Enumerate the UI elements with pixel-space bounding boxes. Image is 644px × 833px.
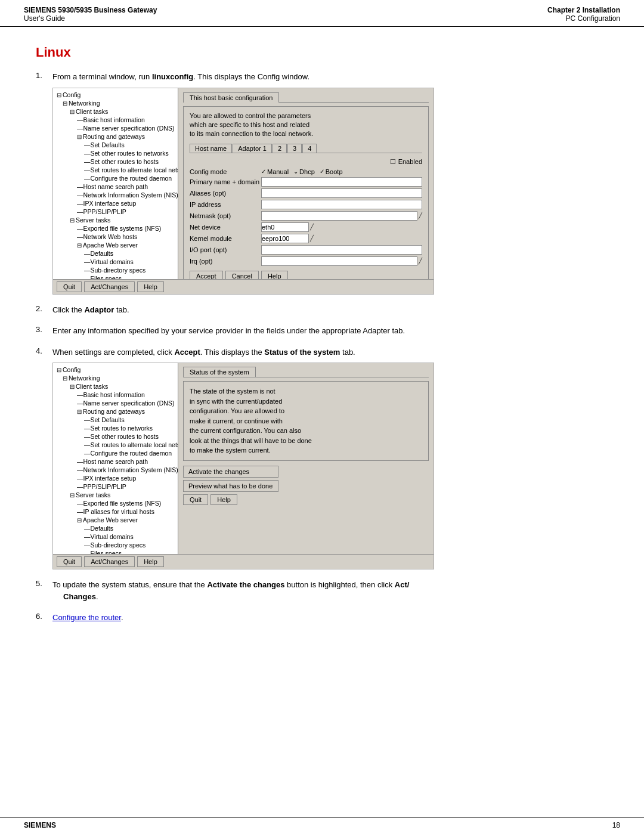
tree-item: —Defaults — [55, 249, 175, 258]
status-small-buttons: Quit Help — [183, 494, 429, 505]
tree-item: —Defaults — [55, 524, 175, 532]
adaptor-tab-1[interactable]: Adaptor 1 — [233, 144, 272, 153]
step-2: 2. Click the Adaptor tab. — [36, 304, 608, 316]
enabled-checkbox[interactable]: ☐ — [390, 158, 396, 166]
config-mode-label: Config mode — [190, 168, 261, 175]
arrow-icon: ╱ — [419, 258, 422, 264]
config-window-2: ⊟Config ⊟Networking ⊟Client tasks —Basic… — [53, 363, 434, 554]
status-content-box: The state of the system is not in sync w… — [183, 381, 429, 461]
field-kernel-module: Kernel module ╱ — [190, 234, 422, 243]
tree-item: —Sub-directory specs — [55, 541, 175, 549]
primary-name-input[interactable] — [261, 177, 422, 187]
tree-item: —Name server specification (DNS) — [55, 124, 175, 132]
adaptor-tab-2[interactable]: 2 — [273, 144, 287, 153]
radio-dhcp[interactable]: ⌄ Dhcp — [293, 168, 315, 175]
kernel-module-input[interactable] — [261, 234, 309, 243]
help-button-1[interactable]: Help — [137, 281, 164, 292]
quit-button-status[interactable]: Quit — [183, 494, 208, 505]
radio-bootp[interactable]: ✓ Bootp — [320, 168, 343, 175]
tree-item: —Network Web hosts — [55, 233, 175, 241]
tree-item: —IP aliases for virtual hosts — [55, 507, 175, 516]
step-1-text: From a terminal window, run linuxconfig.… — [52, 71, 309, 83]
step-5-num: 5. — [36, 579, 52, 602]
step-6-num: 6. — [36, 612, 52, 624]
field-aliases: Aliases (opt) — [190, 188, 422, 198]
help-button-2[interactable]: Help — [137, 556, 164, 567]
tree-item: —Virtual domains — [55, 258, 175, 266]
host-name-tab[interactable]: Host name — [190, 144, 232, 153]
header-product: SIEMENS 5930/5935 Business Gateway — [24, 6, 157, 14]
tree-item: —Set routes to networks — [55, 424, 175, 432]
netmask-input[interactable] — [261, 211, 417, 221]
field-label: Irq (opt) — [190, 258, 261, 265]
tree-item: —IPX interface setup — [55, 474, 175, 482]
accept-button[interactable]: Accept — [190, 271, 223, 279]
irq-input[interactable] — [261, 256, 417, 266]
status-content-text: The state of the system is not in sync w… — [190, 386, 422, 456]
accept-cancel-buttons: Accept Cancel Help — [190, 271, 422, 279]
io-port-input[interactable] — [261, 245, 422, 255]
config-tree-2: ⊟Config ⊟Networking ⊟Client tasks —Basic… — [53, 363, 178, 554]
tree-item: ⊟Routing and gateways — [55, 132, 175, 141]
act-changes-button-1[interactable]: Act/Changes — [84, 281, 135, 292]
steps-list: 1. From a terminal window, run linuxconf… — [36, 71, 608, 624]
tree-item: —Sub-directory specs — [55, 266, 175, 274]
field-label: Kernel module — [190, 235, 261, 242]
screenshot-1: ⊟Config ⊟Networking ⊟Client tasks —Basic… — [52, 88, 434, 295]
field-primary-name: Primary name + domain — [190, 177, 422, 187]
footer-brand: SIEMENS — [24, 821, 56, 829]
tree-item: —Host name search path — [55, 457, 175, 466]
field-label: Primary name + domain — [190, 178, 261, 185]
screenshot-1-bottom-bar: Quit Act/Changes Help — [53, 279, 434, 294]
tree-item: ⊟Networking — [55, 99, 175, 107]
help-button-status[interactable]: Help — [210, 494, 237, 505]
tree-item: —Set routes to alternate local nets — [55, 441, 175, 449]
tree-item: ⊟Config — [55, 91, 175, 99]
field-io-port: I/O port (opt) — [190, 245, 422, 255]
tree-item: —Set Defaults — [55, 416, 175, 424]
content-area: Linux 1. From a terminal window, run lin… — [0, 27, 644, 817]
step-3: 3. Enter any information specified by yo… — [36, 325, 608, 337]
step-5-text: To update the system status, ensure that… — [52, 579, 409, 602]
adaptor-tab-4[interactable]: 4 — [302, 144, 317, 153]
field-netmask: Netmask (opt) ╱ — [190, 211, 422, 221]
tab-basic-config[interactable]: This host basic configuration — [183, 92, 279, 103]
preview-button[interactable]: Preview what has to be done — [183, 480, 278, 492]
aliases-input[interactable] — [261, 188, 422, 198]
step-4-text: When settings are completed, click Accep… — [52, 346, 355, 358]
enabled-row: ☐ Enabled — [190, 158, 422, 166]
help-button-inner[interactable]: Help — [261, 271, 288, 279]
tree-item: ⊟Client tasks — [55, 107, 175, 116]
step-1: 1. From a terminal window, run linuxconf… — [36, 71, 608, 295]
activate-changes-button[interactable]: Activate the changes — [183, 466, 278, 478]
arrow-icon: ╱ — [310, 224, 314, 230]
tree-item: —Exported file systems (NFS) — [55, 499, 175, 507]
configure-router-link[interactable]: Configure the router — [52, 613, 121, 622]
step-5: 5. To update the system status, ensure t… — [36, 579, 608, 602]
enabled-label: Enabled — [398, 158, 422, 165]
quit-button-1[interactable]: Quit — [57, 281, 82, 292]
radio-manual[interactable]: ✓ Manual — [261, 168, 289, 175]
tree-item: —Set other routes to hosts — [55, 157, 175, 166]
step-4-num: 4. — [36, 346, 52, 358]
cancel-button[interactable]: Cancel — [225, 271, 259, 279]
tree-item: —Network Information System (NIS) — [55, 466, 175, 474]
net-device-input[interactable] — [261, 222, 309, 232]
tree-item: —Set Defaults — [55, 141, 175, 149]
adaptor-tab-3[interactable]: 3 — [287, 144, 302, 153]
ip-input[interactable] — [261, 200, 422, 209]
status-tab[interactable]: Status of the system — [183, 367, 256, 377]
step-2-text: Click the Adaptor tab. — [52, 304, 129, 316]
field-net-device: Net device ╱ — [190, 222, 422, 232]
tab-bar-1: This host basic configuration — [183, 92, 429, 103]
step-4: 4. When settings are completed, click Ac… — [36, 346, 608, 570]
config-mode-row: Config mode ✓ Manual ⌄ Dhcp ✓ Bootp — [190, 168, 422, 175]
tree-item: —Name server specification (DNS) — [55, 399, 175, 407]
field-label: Aliases (opt) — [190, 190, 261, 197]
tree-item: —PPP/SLIP/PLIP — [55, 482, 175, 491]
quit-button-2[interactable]: Quit — [57, 556, 82, 567]
screenshot-2: ⊟Config ⊟Networking ⊟Client tasks —Basic… — [52, 363, 434, 569]
tree-item: —Network Information System (NIS) — [55, 191, 175, 199]
act-changes-button-2[interactable]: Act/Changes — [84, 556, 135, 567]
step-3-num: 3. — [36, 325, 52, 337]
